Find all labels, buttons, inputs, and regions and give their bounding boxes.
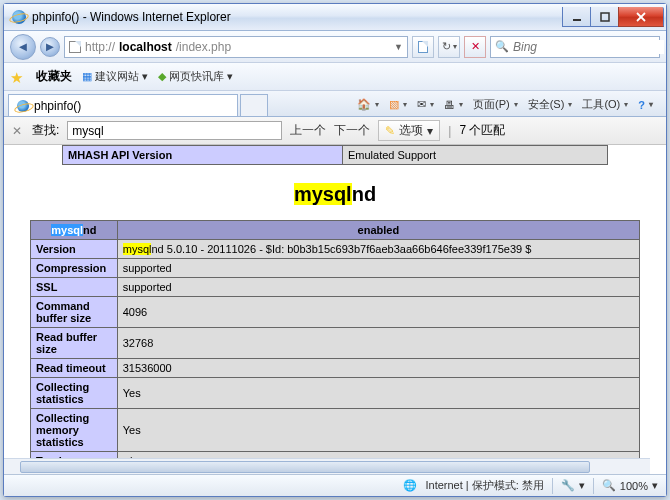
row-value: Yes [117, 378, 639, 409]
home-button[interactable]: 🏠 [354, 97, 382, 112]
heading-hl: mysql [294, 183, 352, 205]
safety-menu[interactable]: 安全(S) [525, 96, 576, 113]
row-key: Compression [31, 259, 118, 278]
mhash-label: MHASH API Version [63, 146, 343, 165]
find-options-button[interactable]: ✎选项▾ [378, 120, 440, 141]
row-value: Yes [117, 409, 639, 452]
find-bar: ✕ 查找: 上一个 下一个 ✎选项▾ | 7 个匹配 [4, 117, 666, 145]
row-value: 32768 [117, 328, 639, 359]
row-value: supported [117, 278, 639, 297]
status-internet-icon: 🌐 [403, 479, 417, 492]
row-value: supported [117, 259, 639, 278]
back-button[interactable]: ◄ [10, 34, 36, 60]
zoom-icon: 🔍 [602, 479, 616, 492]
row-key: Collecting memory statistics [31, 409, 118, 452]
status-bar: 🌐 Internet | 保护模式: 禁用 🔧▾ 🔍 100%▾ [4, 474, 666, 496]
refresh-button[interactable]: ↻ [438, 36, 460, 58]
page-menu[interactable]: 页面(P) [470, 96, 521, 113]
fav-slice-text: 网页快讯库 [169, 69, 224, 84]
status-zoom[interactable]: 🔧▾ [561, 479, 585, 492]
row-key: Read timeout [31, 359, 118, 378]
page-icon [69, 41, 81, 53]
heading-suffix: nd [352, 183, 376, 205]
fav-suggest-link[interactable]: ▦建议网站▾ [82, 69, 148, 84]
find-close-button[interactable]: ✕ [10, 124, 24, 138]
compat-button[interactable] [412, 36, 434, 58]
mhash-table: MHASH API Version Emulated Support [62, 145, 608, 165]
th-name: mysqlnd [31, 221, 118, 240]
row-key: Read buffer size [31, 328, 118, 359]
tab-title: phpinfo() [34, 99, 81, 113]
mhash-value: Emulated Support [343, 146, 608, 165]
row-value: 4096 [117, 297, 639, 328]
tab-phpinfo[interactable]: phpinfo() [8, 94, 238, 116]
row-key: Collecting statistics [31, 378, 118, 409]
ie-icon [12, 10, 26, 24]
row-key: SSL [31, 278, 118, 297]
forward-button[interactable]: ► [40, 37, 60, 57]
find-matches: 7 个匹配 [459, 122, 505, 139]
th-name-hl: mysql [51, 224, 83, 236]
window-buttons [562, 7, 664, 27]
feeds-button[interactable]: ▧ [386, 97, 410, 112]
section-heading: mysqlnd [14, 183, 656, 206]
status-zoom-pct[interactable]: 🔍 100%▾ [602, 479, 658, 492]
favorites-star-icon[interactable]: ★ [10, 69, 26, 85]
row-key: Version [31, 240, 118, 259]
scrollbar-thumb[interactable] [20, 461, 590, 473]
window-title-text: phpinfo() - Windows Internet Explorer [32, 10, 231, 24]
find-options-text: 选项 [399, 122, 423, 139]
fav-suggest-text: 建议网站 [95, 69, 139, 84]
find-prev-button[interactable]: 上一个 [290, 122, 326, 139]
print-button[interactable]: 🖶 [441, 98, 466, 112]
address-dropdown-icon[interactable]: ▼ [394, 42, 403, 52]
address-bar[interactable]: http://localhost/index.php ▼ [64, 36, 408, 58]
svg-rect-1 [601, 13, 609, 21]
find-input[interactable] [67, 121, 282, 140]
fav-slice-link[interactable]: ◆网页快讯库▾ [158, 69, 233, 84]
close-button[interactable] [618, 7, 664, 27]
maximize-button[interactable] [590, 7, 618, 27]
url-path: /index.php [176, 40, 231, 54]
url-prefix: http:// [85, 40, 115, 54]
nav-row: ◄ ► http://localhost/index.php ▼ ↻ ✕ 🔍 ▼ [4, 31, 666, 63]
zoom-text: 100% [620, 480, 648, 492]
readmail-button[interactable]: ✉ [414, 97, 437, 112]
horizontal-scrollbar[interactable] [4, 458, 650, 474]
compat-icon [418, 41, 428, 53]
row-key: Command buffer size [31, 297, 118, 328]
new-tab-button[interactable] [240, 94, 268, 116]
find-label: 查找: [32, 122, 59, 139]
title-bar[interactable]: phpinfo() - Windows Internet Explorer [4, 4, 666, 31]
browser-window: phpinfo() - Windows Internet Explorer ◄ … [3, 3, 667, 497]
th-enabled: enabled [117, 221, 639, 240]
tools-menu[interactable]: 工具(O) [579, 96, 631, 113]
command-bar: 🏠 ▧ ✉ 🖶 页面(P) 安全(S) 工具(O) ? [354, 96, 662, 116]
content-area[interactable]: MHASH API Version Emulated Support mysql… [4, 145, 666, 474]
url-host: localhost [119, 40, 172, 54]
minimize-button[interactable] [562, 7, 590, 27]
tab-row: phpinfo() 🏠 ▧ ✉ 🖶 页面(P) 安全(S) 工具(O) ? [4, 91, 666, 117]
mysqlnd-table: mysqlnd enabled Versionmysqlnd 5.0.10 - … [30, 220, 640, 474]
search-input[interactable] [513, 40, 664, 54]
zoom-wrench-icon: 🔧 [561, 479, 575, 492]
find-next-button[interactable]: 下一个 [334, 122, 370, 139]
row-value: mysqlnd 5.0.10 - 20111026 - $Id: b0b3b15… [117, 240, 639, 259]
help-button[interactable]: ? [635, 98, 656, 112]
tab-favicon [17, 100, 29, 112]
status-internet-text: Internet | 保护模式: 禁用 [425, 478, 543, 493]
search-box[interactable]: 🔍 ▼ [490, 36, 660, 58]
favorites-label[interactable]: 收藏夹 [36, 68, 72, 85]
stop-button[interactable]: ✕ [464, 36, 486, 58]
window-title: phpinfo() - Windows Internet Explorer [12, 10, 562, 24]
row-value: 31536000 [117, 359, 639, 378]
favorites-bar: ★ 收藏夹 ▦建议网站▾ ◆网页快讯库▾ [4, 63, 666, 91]
search-glass-icon: 🔍 [495, 40, 509, 53]
